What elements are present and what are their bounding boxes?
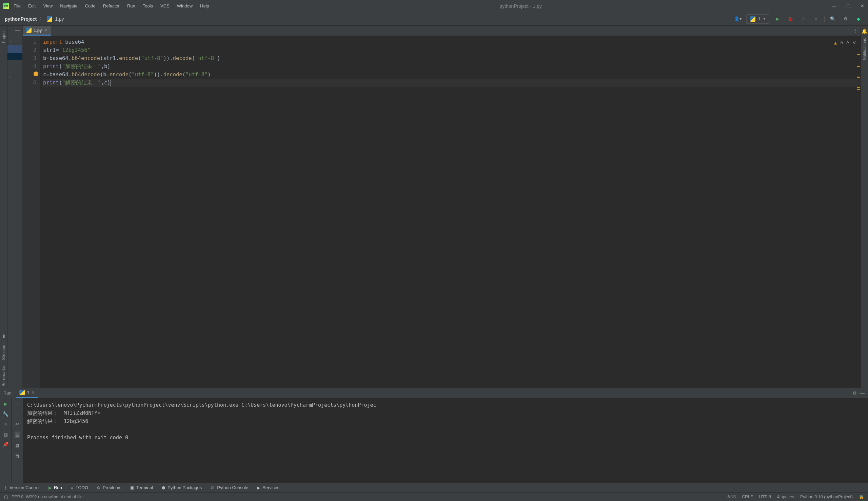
close-tab-icon[interactable]: ✕ <box>44 28 47 33</box>
indent-setting[interactable]: 4 spaces <box>777 494 794 499</box>
inspections-widget[interactable]: ▲ 6 ᐱ ᐯ <box>834 39 856 47</box>
editor-tab-1py[interactable]: 1.py ✕ <box>23 26 51 35</box>
notifications-icon[interactable]: 🔔 <box>861 29 867 34</box>
interpreter[interactable]: Python 3.10 (pythonProject) <box>800 494 853 499</box>
python-file-icon <box>26 28 32 33</box>
python-packages-button[interactable]: ⬢Python Packages <box>162 485 202 490</box>
menu-navigate[interactable]: Navigate <box>60 3 77 9</box>
stripe-mark[interactable] <box>857 89 860 90</box>
stop-run-button[interactable]: ■ <box>4 421 7 427</box>
rerun-button[interactable]: ▶ <box>4 401 8 406</box>
stripe-mark[interactable] <box>857 66 860 67</box>
layout-icon[interactable]: ▥ <box>3 431 8 437</box>
run-tool-button[interactable]: ▶Run <box>49 485 62 490</box>
code-line[interactable]: print("解密的结果：",c) <box>43 79 860 87</box>
stop-button[interactable]: ■ <box>811 14 821 24</box>
version-control-button[interactable]: ᚶVersion Control <box>5 485 40 490</box>
services-button[interactable]: ▶Services <box>257 485 279 490</box>
lock-icon[interactable]: 🔒 <box>859 494 864 499</box>
search-everywhere-button[interactable]: 🔍 <box>828 14 837 24</box>
scroll-to-end-icon[interactable]: ⇲ <box>14 431 20 438</box>
app-icon: PC <box>3 3 9 9</box>
run-tab[interactable]: 1 ✕ <box>16 388 38 398</box>
console-output[interactable]: C:\Users\lenovo\PycharmProjects\pythonPr… <box>23 398 868 483</box>
stripe-mark[interactable] <box>857 54 860 55</box>
breadcrumb: pythonProject 〉 1.py <box>5 16 733 22</box>
menu-edit[interactable]: Edit <box>28 3 35 9</box>
structure-tool-button[interactable]: Structure <box>1 342 6 361</box>
breadcrumb-file[interactable]: 1.py <box>55 16 64 22</box>
line-number-gutter: 123456 <box>23 36 40 388</box>
code-line[interactable]: c=base64.b64decode(b.encode("utf-8")).de… <box>43 71 860 79</box>
prev-highlight-icon[interactable]: ᐱ <box>846 39 849 47</box>
clear-all-icon[interactable]: 🗑 <box>15 453 20 459</box>
collapse-project-button[interactable]: ― <box>15 27 20 33</box>
wrench-icon[interactable]: 🔧 <box>3 411 9 417</box>
menu-refactor[interactable]: Refactor <box>103 3 120 9</box>
up-arrow-icon[interactable]: ↑ <box>16 401 18 406</box>
close-run-tab-icon[interactable]: ✕ <box>32 390 35 395</box>
title-bar: PC File Edit View Navigate Code Refactor… <box>0 0 868 12</box>
todo-button[interactable]: ≡TODO <box>71 485 88 490</box>
project-tree-collapsed[interactable]: ― ⌄ › <box>8 26 23 388</box>
code-content[interactable]: import base64str1="12bg3456"b=base64.b64… <box>40 36 860 388</box>
coverage-button[interactable]: ⟳ <box>798 14 808 24</box>
menu-run[interactable]: Run <box>127 3 135 9</box>
code-line[interactable]: print("加密的结果：",b) <box>43 62 860 71</box>
pin-icon[interactable]: 📌 <box>3 442 9 447</box>
notifications-tool-button[interactable]: Notifications <box>862 36 867 61</box>
soft-wrap-icon[interactable]: ↩ <box>15 421 19 427</box>
error-stripe[interactable] <box>857 36 860 388</box>
tree-expand-icon[interactable]: ⌄ <box>10 39 12 42</box>
stripe-mark[interactable] <box>857 77 860 78</box>
run-config-name: 1 <box>758 16 761 21</box>
project-tool-button[interactable]: Project <box>1 29 6 44</box>
code-line[interactable]: b=base64.b64encode(str1.encode("utf-8"))… <box>43 54 860 62</box>
run-settings-icon[interactable]: ⚙ <box>853 391 857 396</box>
user-icon[interactable]: 👤▾ <box>733 14 743 24</box>
navigation-bar: pythonProject 〉 1.py 👤▾ 1 ▾ ▶ 🐞 ⟳ ■ 🔍 ⚙ … <box>0 12 868 26</box>
menu-vcs[interactable]: VCS <box>160 3 170 9</box>
menu-tools[interactable]: Tools <box>143 3 153 9</box>
stripe-mark[interactable] <box>857 87 860 88</box>
code-line[interactable]: import base64 <box>43 38 860 46</box>
file-encoding[interactable]: UTF-8 <box>759 494 771 499</box>
status-bar: ▢ PEP 8: W292 no newline at end of file … <box>0 492 868 501</box>
line-separator[interactable]: CRLF <box>742 494 753 499</box>
editor-tabs: 1.py ✕ ⋮ <box>23 26 860 36</box>
code-with-me-button[interactable]: ◆ <box>854 14 863 24</box>
down-arrow-icon[interactable]: ↓ <box>16 411 18 417</box>
maximize-button[interactable]: ▢ <box>846 3 851 9</box>
menu-file[interactable]: File <box>13 3 21 9</box>
settings-button[interactable]: ⚙ <box>841 14 850 24</box>
menu-window[interactable]: Window <box>177 3 193 9</box>
menu-help[interactable]: Help <box>200 3 209 9</box>
breadcrumb-project[interactable]: pythonProject <box>5 16 36 22</box>
menu-code[interactable]: Code <box>85 3 96 9</box>
tab-more-icon[interactable]: ⋮ <box>854 28 858 33</box>
python-icon <box>750 16 755 22</box>
code-line[interactable]: str1="12bg3456" <box>43 46 860 54</box>
bottom-tool-strip: ᚶVersion Control ▶Run ≡TODO ⊘Problems ▣T… <box>0 483 868 492</box>
quick-panel-icon[interactable]: ▢ <box>4 494 8 499</box>
line-number: 4 <box>23 62 36 71</box>
minimize-button[interactable]: ― <box>832 3 837 9</box>
next-highlight-icon[interactable]: ᐯ <box>853 39 856 47</box>
print-icon[interactable]: 🖶 <box>15 443 20 448</box>
run-button[interactable]: ▶ <box>773 14 782 24</box>
tree-expand-icon-2[interactable]: › <box>10 75 11 79</box>
intention-bulb-icon[interactable] <box>34 72 38 76</box>
problems-button[interactable]: ⊘Problems <box>97 485 121 490</box>
folder-icon: ▮ <box>2 333 5 339</box>
caret-position[interactable]: 6:18 <box>728 494 736 499</box>
close-button[interactable]: ✕ <box>860 3 865 9</box>
python-console-button[interactable]: ⌘Python Console <box>211 485 248 490</box>
menu-view[interactable]: View <box>43 3 53 9</box>
hide-run-icon[interactable]: ― <box>860 391 865 396</box>
run-configuration-selector[interactable]: 1 ▾ <box>746 14 769 24</box>
debug-button[interactable]: 🐞 <box>786 14 795 24</box>
bookmarks-tool-button[interactable]: Bookmarks <box>1 365 6 388</box>
terminal-button[interactable]: ▣Terminal <box>130 485 153 490</box>
line-number: 2 <box>23 46 36 54</box>
code-editor[interactable]: 123456 import base64str1="12bg3456"b=bas… <box>23 36 860 388</box>
